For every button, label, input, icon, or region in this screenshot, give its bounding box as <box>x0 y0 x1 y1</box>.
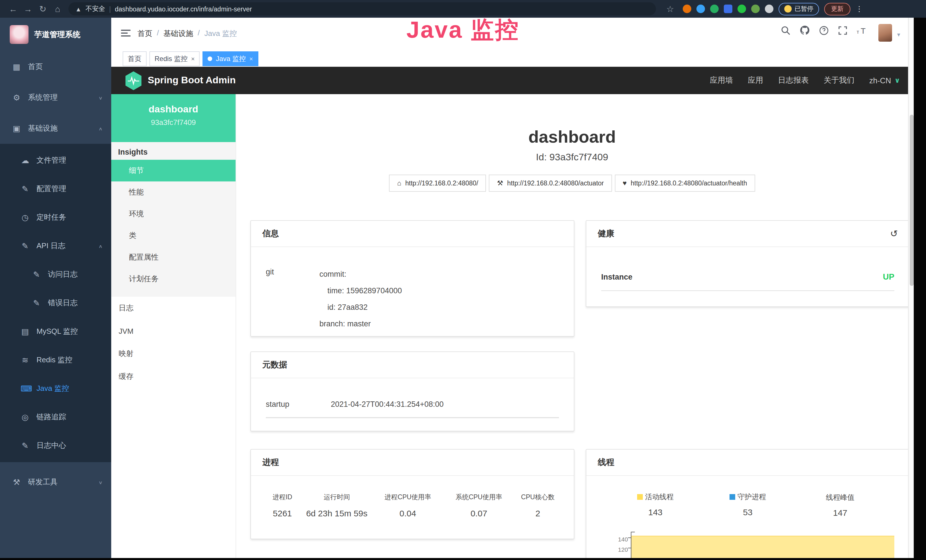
sidebar-item-定时任务[interactable]: ◷定时任务 <box>0 203 111 232</box>
browser-forward-icon[interactable]: → <box>21 4 35 14</box>
health-card: 健康 ↺ Instance UP <box>586 220 908 307</box>
sidebar-menu: ▦首页⚙系统管理∨▣基础设施∧☁文件管理✎配置管理◷定时任务✎API 日志∧✎访… <box>0 51 111 498</box>
sba-nav-应用[interactable]: 应用 <box>748 75 763 86</box>
sba-app-id: 93a3fc7f7409 <box>111 118 236 127</box>
tab-Redis 监控[interactable]: Redis 监控× <box>150 51 200 66</box>
sidebar-item-API 日志[interactable]: ✎API 日志∧ <box>0 232 111 260</box>
active-tab-dot-icon <box>208 56 212 61</box>
browser-home-icon[interactable]: ⌂ <box>50 4 65 14</box>
sidebar-item-Java 监控[interactable]: ⌨Java 监控 <box>0 374 111 403</box>
insights-label: Insights <box>111 142 236 160</box>
extension-leaf-icon[interactable] <box>751 5 760 13</box>
sidebar-item-Redis 监控[interactable]: ≋Redis 监控 <box>0 346 111 374</box>
process-column-header: 进程ID <box>261 493 303 501</box>
sba-brand[interactable]: Spring Boot Admin <box>125 71 236 90</box>
browser-menu-icon[interactable]: ⋮ <box>856 5 863 13</box>
sidebar-item-链路追踪[interactable]: ◎链路追踪 <box>0 403 111 431</box>
paused-profile-chip[interactable]: 已暂停 <box>779 3 819 15</box>
sidebar-item-访问日志[interactable]: ✎访问日志 <box>0 260 111 289</box>
chevron-down-icon: ∨ <box>98 480 103 485</box>
sidebar-item-首页[interactable]: ▦首页 <box>0 51 111 82</box>
sba-language-label: zh-CN <box>869 76 891 85</box>
user-menu-caret-icon[interactable]: ▼ <box>896 32 901 38</box>
scrollbar-track[interactable] <box>908 18 914 558</box>
sba-nav-应用墙[interactable]: 应用墙 <box>710 75 733 86</box>
tab-Java 监控[interactable]: Java 监控× <box>203 51 258 66</box>
sidebar-item-基础设施[interactable]: ▣基础设施∧ <box>0 113 111 144</box>
subside-item-日志[interactable]: 日志 <box>111 297 236 319</box>
help-icon[interactable] <box>819 26 829 35</box>
git-info-line: commit: <box>319 266 402 282</box>
breadcrumb-item[interactable]: 首页 <box>138 29 152 39</box>
app-logo-row[interactable]: 芋道管理系统 <box>0 18 111 51</box>
user-avatar[interactable] <box>878 24 892 42</box>
subside-item-映射[interactable]: 映射 <box>111 342 236 365</box>
page-url[interactable]: dashboard.yudao.iocoder.cn/infra/admin-s… <box>115 5 252 12</box>
sidebar-item-label: 定时任务 <box>36 212 66 222</box>
browser-back-icon[interactable]: ← <box>6 4 21 14</box>
sba-nav-关于我们[interactable]: 关于我们 <box>824 75 855 86</box>
sidebar-item-日志中心[interactable]: ✎日志中心 <box>0 431 111 460</box>
extension-gem-icon[interactable] <box>696 5 705 13</box>
extension-puzzle-icon[interactable] <box>765 5 773 13</box>
sba-app-block[interactable]: dashboard 93a3fc7f7409 <box>111 94 236 142</box>
tab-close-icon[interactable]: × <box>191 55 195 62</box>
extension-green-y-icon[interactable] <box>710 5 719 13</box>
browser-reload-icon[interactable]: ↻ <box>35 4 50 14</box>
sidebar-item-label: Redis 监控 <box>36 355 73 365</box>
error-log-icon: ✎ <box>32 298 41 307</box>
security-warning-icon: ▲ <box>75 5 82 12</box>
subside-item-环境[interactable]: 环境 <box>111 203 236 225</box>
extension-on-badge-icon[interactable] <box>737 5 746 13</box>
hamburger-icon[interactable] <box>121 30 131 37</box>
metadata-key: startup <box>266 400 331 409</box>
screen: ← → ↻ ⌂ ▲ 不安全 | dashboard.yudao.iocoder.… <box>0 0 926 560</box>
subside-item-JVM[interactable]: JVM <box>111 319 236 342</box>
breadcrumb-separator: / <box>198 29 200 39</box>
health-history-icon[interactable]: ↺ <box>890 228 898 239</box>
wrench-icon: ⚒ <box>497 179 503 187</box>
tab-首页[interactable]: 首页 <box>123 51 147 66</box>
sidebar-item-配置管理[interactable]: ✎配置管理 <box>0 175 111 203</box>
extension-grid-icon[interactable] <box>724 5 732 13</box>
svg-text:т: т <box>857 29 859 35</box>
subside-item-细节[interactable]: 细节 <box>111 160 236 182</box>
sba-language-select[interactable]: zh-CN∨ <box>869 76 900 85</box>
search-icon[interactable] <box>781 26 791 35</box>
breadcrumb-item[interactable]: 基础设施 <box>163 29 193 39</box>
sidebar-item-研发工具[interactable]: ⚒研发工具∨ <box>0 467 111 498</box>
info-git-value: commit:time: 1596289704000id: 27aa832bra… <box>319 266 402 332</box>
subside-item-类[interactable]: 类 <box>111 225 236 247</box>
extension-orange-icon[interactable] <box>683 5 691 13</box>
sidebar-item-错误日志[interactable]: ✎错误日志 <box>0 289 111 317</box>
subside-item-性能[interactable]: 性能 <box>111 182 236 203</box>
sba-nav-日志报表[interactable]: 日志报表 <box>778 75 809 86</box>
tag-tab-bar: 首页Redis 监控×Java 监控× <box>111 50 914 67</box>
endpoint-button[interactable]: ⚒http://192.168.0.2:48080/actuator <box>489 175 612 192</box>
threads-legend-label: 线程峰值 <box>826 493 855 502</box>
browser-toolbar: ← → ↻ ⌂ ▲ 不安全 | dashboard.yudao.iocoder.… <box>0 0 926 18</box>
subside-item-计划任务[interactable]: 计划任务 <box>111 268 236 290</box>
fullscreen-icon[interactable] <box>838 26 847 35</box>
bookmark-star-icon[interactable]: ☆ <box>663 4 678 14</box>
scrollbar-thumb[interactable] <box>909 115 914 286</box>
tab-close-icon[interactable]: × <box>249 55 253 62</box>
chrome-update-button[interactable]: 更新 <box>824 3 850 15</box>
endpoint-url: http://192.168.0.2:48080/actuator/health <box>631 180 747 186</box>
sidebar-item-文件管理[interactable]: ☁文件管理 <box>0 146 111 175</box>
github-icon[interactable] <box>800 25 810 35</box>
font-size-icon[interactable]: тT <box>857 26 868 35</box>
toolbox-icon: ⚒ <box>12 478 21 487</box>
address-bar[interactable]: ▲ 不安全 | dashboard.yudao.iocoder.cn/infra… <box>68 2 656 15</box>
sidebar-item-系统管理[interactable]: ⚙系统管理∨ <box>0 82 111 113</box>
ytick-140: 140 <box>612 536 628 543</box>
endpoint-button[interactable]: ♥http://192.168.0.2:48080/actuator/healt… <box>614 175 755 192</box>
subside-item-缓存[interactable]: 缓存 <box>111 365 236 388</box>
log-center-icon: ✎ <box>21 441 30 450</box>
security-label[interactable]: 不安全 <box>86 5 105 13</box>
instance-hero: dashboard Id: 93a3fc7f7409 <box>236 127 908 163</box>
endpoint-button[interactable]: ⌂http://192.168.0.2:48080/ <box>389 175 486 192</box>
metadata-card: 元数据 startup 2021-04-27T00:44:31.254+08:0… <box>250 351 574 431</box>
subside-item-配置属性[interactable]: 配置属性 <box>111 247 236 268</box>
sidebar-item-MySQL 监控[interactable]: ▤MySQL 监控 <box>0 317 111 346</box>
